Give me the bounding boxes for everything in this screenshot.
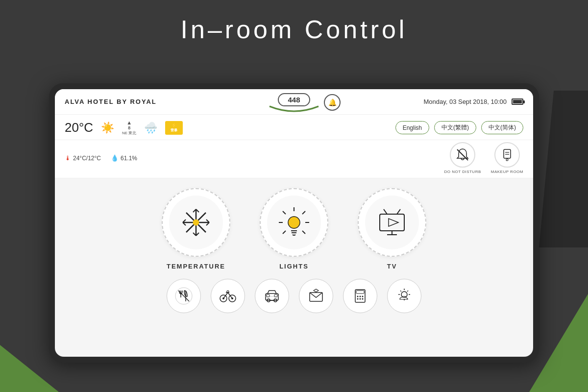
page-title: In–room Control <box>0 15 588 44</box>
lights-control[interactable]: LIGHTS <box>260 188 328 270</box>
tv-icon <box>375 205 409 240</box>
svg-point-4 <box>506 159 508 161</box>
wind-direction: NE 東北 <box>122 130 136 136</box>
makeup-label: MAKEUP ROOM <box>491 170 523 174</box>
svg-rect-54 <box>356 291 364 294</box>
header-bar: ALVA HOTEL BY ROYAL 448 🔔 Monday, 03 Sep… <box>55 89 533 115</box>
tv-control[interactable]: TV <box>358 188 426 270</box>
bicycle-control[interactable] <box>211 279 245 313</box>
temp-range: 🌡 24°C/12°C <box>65 154 101 162</box>
makeup-button[interactable]: MAKEUP ROOM <box>491 142 523 174</box>
room-number-area: 448 🔔 <box>267 93 321 116</box>
svg-point-10 <box>193 220 199 225</box>
makeup-icon-circle <box>494 142 520 168</box>
droplet-icon: 💧 <box>111 154 119 162</box>
lightning-label: 雷暴 <box>171 128 177 133</box>
tablet-frame: ALVA HOTEL BY ROYAL 448 🔔 Monday, 03 Sep… <box>49 83 539 363</box>
tv-inner <box>365 196 419 249</box>
temperature-inner <box>169 196 223 249</box>
datetime: Monday, 03 Sept 2018, 10:00 <box>423 98 507 105</box>
makeup-icon <box>500 147 514 162</box>
lightning-badge: ⚡ 雷暴 <box>165 121 183 135</box>
quick-actions: DO NOT DISTURB MAKEUP ROOM <box>444 142 523 174</box>
cloud-icon: 🌧️ <box>144 122 157 134</box>
dining-circle <box>167 279 201 313</box>
calculator-icon <box>351 287 369 305</box>
weather-circle <box>387 279 421 313</box>
svg-point-57 <box>362 296 364 297</box>
dnd-icon-circle <box>450 142 475 168</box>
mail-circle <box>299 279 333 313</box>
svg-line-33 <box>384 209 387 214</box>
thermometer-icon: 🌡 <box>65 154 71 162</box>
svg-point-58 <box>357 298 359 300</box>
hotel-name: ALVA HOTEL BY ROYAL <box>65 98 423 105</box>
svg-point-56 <box>360 296 361 297</box>
svg-point-44 <box>227 291 229 293</box>
weather-icon <box>395 287 414 305</box>
bulb-icon <box>277 205 311 240</box>
bicycle-circle <box>211 279 245 313</box>
lang-simplified[interactable]: 中文(简体) <box>481 121 523 134</box>
tv-label: TV <box>387 263 397 270</box>
svg-marker-35 <box>389 219 398 226</box>
weather-control[interactable] <box>387 279 421 313</box>
svg-line-67 <box>400 291 401 292</box>
main-content: TEMPERATURE <box>55 178 533 318</box>
bell-slash-icon <box>455 147 470 163</box>
calculator-control[interactable] <box>343 279 377 313</box>
dining-control[interactable] <box>167 279 201 313</box>
wind-arrow: ▲ <box>126 120 132 125</box>
svg-rect-1 <box>504 149 511 158</box>
lights-inner <box>267 196 321 249</box>
lang-traditional[interactable]: 中文(繁體) <box>434 121 476 134</box>
weather-detail-bar: 🌡 24°C/12°C 💧 61.1% DO NOT <box>55 140 533 178</box>
svg-rect-30 <box>380 214 404 231</box>
lang-english[interactable]: English <box>395 121 429 134</box>
lights-circle <box>260 188 328 257</box>
room-number: 448 <box>278 93 310 106</box>
humidity-value: 61.1% <box>121 155 137 162</box>
big-controls: TEMPERATURE <box>70 188 518 270</box>
concierge-icon[interactable]: 🔔 <box>324 94 341 111</box>
sun-icon: ☀️ <box>101 122 114 134</box>
weather-bar: 20°C ☀️ ▲ 8 NE 東北 🌧️ ⚡ 雷暴 English 中文(繁體)… <box>55 115 533 140</box>
svg-line-25 <box>283 231 286 234</box>
dnd-label: DO NOT DISTURB <box>444 170 481 174</box>
mail-icon <box>307 287 325 305</box>
calculator-circle <box>343 279 377 313</box>
svg-line-22 <box>302 231 305 234</box>
snowflake-icon <box>179 205 213 240</box>
dnd-button[interactable]: DO NOT DISTURB <box>444 142 481 174</box>
temperature-control[interactable]: TEMPERATURE <box>162 188 230 270</box>
temperature-main: 20°C <box>65 120 93 135</box>
lights-label: LIGHTS <box>279 263 309 270</box>
tv-circle <box>358 188 426 257</box>
temp-range-value: 24°C/12°C <box>73 155 101 162</box>
svg-line-34 <box>397 209 400 214</box>
svg-point-55 <box>357 296 359 297</box>
lightning-icon: ⚡ <box>171 122 177 128</box>
dining-icon <box>174 287 193 305</box>
temperature-label: TEMPERATURE <box>167 263 225 270</box>
transport-circle <box>255 279 289 313</box>
bicycle-icon <box>219 287 237 305</box>
header-right: Monday, 03 Sept 2018, 10:00 <box>423 98 523 105</box>
svg-line-23 <box>283 211 286 214</box>
mail-control[interactable] <box>299 279 333 313</box>
wind-speed: 8 <box>128 125 130 130</box>
svg-line-66 <box>407 291 408 292</box>
room-arc-svg <box>267 105 321 116</box>
temperature-circle <box>162 188 230 257</box>
battery-icon <box>512 98 523 105</box>
transport-icon <box>263 287 281 305</box>
humidity: 💧 61.1% <box>111 154 137 162</box>
wind-info: ▲ 8 NE 東北 <box>122 120 136 136</box>
small-controls <box>70 279 518 313</box>
svg-point-60 <box>362 298 364 300</box>
tablet-screen: ALVA HOTEL BY ROYAL 448 🔔 Monday, 03 Sep… <box>55 89 533 357</box>
transport-control[interactable] <box>255 279 289 313</box>
svg-point-59 <box>360 298 361 300</box>
language-buttons: English 中文(繁體) 中文(简体) <box>395 121 523 134</box>
svg-line-20 <box>302 211 305 214</box>
